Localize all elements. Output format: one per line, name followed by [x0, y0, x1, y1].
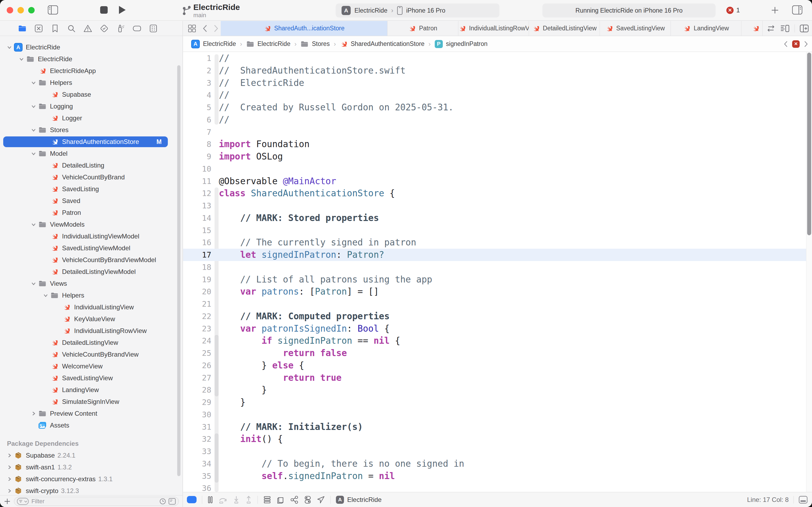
sidebar-item-savedlistingview[interactable]: SavedListingView [0, 372, 183, 384]
code-line-1[interactable]: 1// [183, 52, 806, 64]
toggle-left-sidebar-icon[interactable] [48, 5, 58, 14]
sidebar-item-logger[interactable]: Logger [0, 112, 183, 124]
reports-icon[interactable] [149, 24, 158, 33]
tab-detailedlistingview[interactable]: DetailedListingView [529, 21, 599, 36]
breakpoints-toggle-button[interactable] [187, 496, 196, 503]
disclosure-chevron-icon[interactable] [29, 127, 38, 133]
code-line-14[interactable]: 14 // MARK: Stored properties [183, 212, 806, 224]
code-line-6[interactable]: 6// [183, 114, 806, 126]
add-file-button[interactable] [4, 498, 11, 505]
breakpoints-icon[interactable] [132, 24, 141, 33]
package-item-swift-asn1[interactable]: swift-asn11.3.2 [0, 461, 183, 473]
tab-landingview[interactable]: LandingView [671, 21, 741, 36]
sidebar-item-viewmodels[interactable]: ViewModels [0, 219, 183, 230]
view-hierarchy-icon[interactable] [263, 496, 271, 504]
code-line-31[interactable]: 31 // MARK: Initializer(s) [183, 421, 806, 433]
disclosure-chevron-icon[interactable] [5, 453, 14, 458]
code-line-7[interactable]: 7 [183, 126, 806, 138]
sidebar-item-helpers[interactable]: Helpers [0, 77, 183, 89]
disclosure-chevron-icon[interactable] [29, 281, 38, 286]
code-line-36[interactable]: 36 [183, 482, 806, 492]
sidebar-item-views[interactable]: Views [0, 278, 183, 289]
sidebar-item-vehiclecountbybrandview[interactable]: VehicleCountByBrandView [0, 349, 183, 360]
run-button[interactable] [118, 5, 126, 14]
bookmarks-icon[interactable] [51, 24, 60, 33]
simulate-location-icon[interactable] [317, 496, 325, 504]
tests-icon[interactable] [100, 24, 109, 33]
sidebar-item-helpers[interactable]: Helpers [0, 289, 183, 301]
breadcrumb-item-sharedauthenticationstore[interactable]: SharedAuthenticationStore [340, 40, 424, 48]
code-line-5[interactable]: 5// Created by Russell Gordon on 2025-05… [183, 101, 806, 114]
sidebar-item-detailedlistingview[interactable]: DetailedListingView [0, 337, 183, 349]
stop-button[interactable] [100, 6, 108, 14]
code-line-34[interactable]: 34 // To begin, there is no one signed i… [183, 458, 806, 470]
disclosure-chevron-icon[interactable] [5, 464, 14, 470]
issue-counter[interactable]: ✕ 1 [727, 6, 740, 14]
sidebar-item-welcomeview[interactable]: WelcomeView [0, 360, 183, 372]
step-into-icon[interactable] [233, 496, 240, 504]
code-line-11[interactable]: 11@Observable @MainActor [183, 175, 806, 187]
scheme-app-label[interactable]: ElectricRide [354, 7, 388, 14]
code-line-21[interactable]: 21 [183, 298, 806, 310]
code-line-29[interactable]: 29 } [183, 396, 806, 408]
add-button[interactable] [771, 6, 779, 14]
package-item-supabase[interactable]: Supabase2.24.1 [0, 450, 183, 461]
sidebar-item-sharedauthenticationstore[interactable]: SharedAuthenticationStoreM [0, 136, 183, 148]
sidebar-item-saved[interactable]: Saved [0, 195, 183, 207]
code-line-28[interactable]: 28 } [183, 384, 806, 396]
add-editor-icon[interactable] [800, 24, 809, 33]
sidebar-item-vehiclecountbybrandviewmodel[interactable]: VehicleCountByBrandViewModel [0, 254, 183, 266]
code-line-2[interactable]: 2// SharedAuthenticationStore.swift [183, 64, 806, 77]
code-line-4[interactable]: 4// [183, 89, 806, 101]
filter-menu-icon[interactable] [17, 498, 29, 505]
memory-graph-icon[interactable] [290, 496, 299, 504]
step-over-icon[interactable] [218, 496, 227, 504]
code-line-18[interactable]: 18 [183, 261, 806, 273]
console-toggle-icon[interactable] [799, 496, 808, 504]
code-line-24[interactable]: 24 if signedInPatron == nil { [183, 335, 806, 347]
sidebar-item-detailedlisting[interactable]: DetailedListing [0, 160, 183, 171]
code-line-26[interactable]: 26 } else { [183, 359, 806, 372]
code-line-25[interactable]: 25 return false [183, 347, 806, 359]
sidebar-item-model[interactable]: Model [0, 148, 183, 160]
code-line-27[interactable]: 27 return true [183, 372, 806, 384]
issue-badge-icon[interactable]: ✕ [792, 40, 800, 48]
tab-savedlistingview[interactable]: SavedListingView [599, 21, 671, 36]
code-line-16[interactable]: 16 // The currently signed in patron [183, 236, 806, 249]
debug-icon[interactable] [116, 24, 125, 33]
breadcrumb-item-signedinpatron[interactable]: PsignedInPatron [435, 40, 487, 48]
source-control-icon[interactable] [34, 24, 43, 33]
next-issue-icon[interactable] [804, 41, 808, 48]
code-line-23[interactable]: 23 var patronIsSignedIn: Bool { [183, 323, 806, 335]
scheme-device-label[interactable]: iPhone 16 Pro [406, 7, 446, 14]
sidebar-item-electricride[interactable]: ElectricRide [0, 53, 183, 65]
core-data-stack-icon[interactable] [277, 496, 285, 504]
sidebar-item-savedlisting[interactable]: SavedListing [0, 183, 183, 195]
code-line-30[interactable]: 30 [183, 408, 806, 421]
sidebar-scrollbar[interactable] [177, 65, 180, 476]
sidebar-item-simulatesigninview[interactable]: SimulateSignInView [0, 396, 183, 408]
editor-scrollbar-thumb[interactable] [807, 53, 811, 235]
disclosure-chevron-icon[interactable] [5, 45, 14, 50]
sidebar-item-electricride[interactable]: AElectricRide [0, 41, 183, 53]
sidebar-item-patron[interactable]: Patron [0, 207, 183, 219]
sidebar-item-keyvalueview[interactable]: KeyValueView [0, 313, 183, 325]
go-forward-icon[interactable] [214, 24, 219, 33]
scheme-selector[interactable]: A ElectricRide › iPhone 16 Pro [336, 3, 500, 17]
breadcrumb-item-electricride[interactable]: AElectricRide [191, 40, 236, 48]
code-line-17[interactable]: 17 let signedInPatron: Patron? [183, 249, 806, 261]
minimap-toggle-icon[interactable] [780, 24, 790, 33]
disclosure-chevron-icon[interactable] [29, 104, 38, 109]
sidebar-item-assets[interactable]: Assets [0, 419, 183, 431]
go-back-icon[interactable] [202, 24, 207, 33]
code-line-3[interactable]: 3// ElectricRide [183, 77, 806, 89]
editor-scrollbar[interactable] [806, 52, 812, 492]
pause-icon[interactable] [208, 496, 213, 504]
project-navigator-icon[interactable] [18, 24, 27, 33]
search-icon[interactable] [67, 24, 76, 33]
code-line-12[interactable]: 12class SharedAuthenticationStore { [183, 187, 806, 200]
sidebar-item-individuallistingrowview[interactable]: IndividualListingRowView [0, 325, 183, 337]
code-line-10[interactable]: 10 [183, 163, 806, 175]
disclosure-chevron-icon[interactable] [5, 488, 14, 494]
breadcrumb-item-stores[interactable]: Stores [300, 40, 330, 48]
